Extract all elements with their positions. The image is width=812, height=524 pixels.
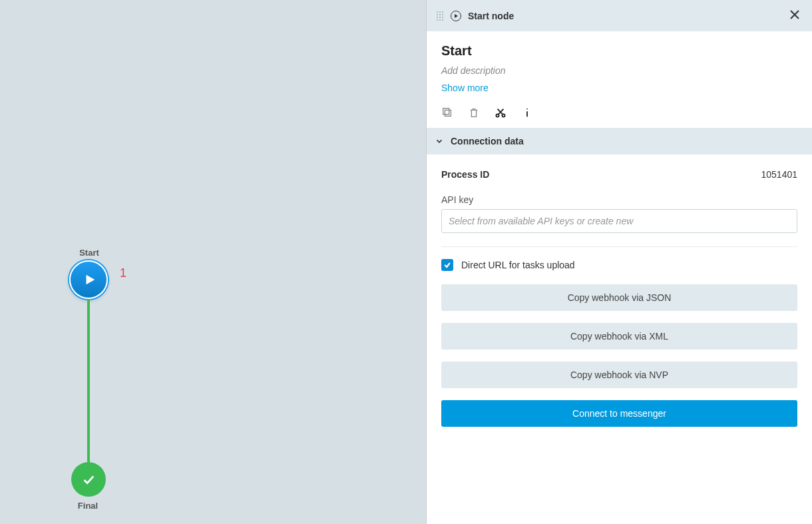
start-node-icon — [451, 11, 461, 21]
start-node-label: Start — [56, 248, 122, 258]
cut-icon[interactable] — [495, 107, 507, 119]
copy-webhook-nvp-button[interactable]: Copy webhook via NVP — [441, 362, 797, 388]
svg-rect-0 — [445, 110, 451, 116]
node-edge — [87, 299, 90, 462]
copy-webhook-json-button[interactable]: Copy webhook via JSON — [441, 284, 797, 311]
show-more-link[interactable]: Show more — [441, 83, 797, 93]
panel-title: Start — [441, 43, 797, 59]
panel-toolbar — [441, 107, 797, 119]
process-id-value: 1051401 — [761, 169, 797, 180]
direct-url-label: Direct URL for tasks upload — [461, 260, 575, 270]
svg-point-2 — [496, 114, 499, 117]
check-icon — [81, 472, 96, 487]
api-key-select[interactable] — [441, 209, 797, 233]
workflow-canvas[interactable]: Start Final 1 — [0, 0, 426, 524]
info-icon[interactable] — [521, 107, 533, 119]
svg-point-3 — [502, 114, 505, 117]
panel-header-title: Start node — [468, 11, 780, 21]
process-id-label: Process ID — [441, 169, 489, 180]
close-button[interactable] — [787, 7, 803, 25]
process-id-row: Process ID 1051401 — [441, 169, 797, 180]
copy-webhook-xml-button[interactable]: Copy webhook via XML — [441, 323, 797, 350]
connect-messenger-button[interactable]: Connect to messenger — [441, 400, 797, 427]
drag-handle-icon[interactable] — [436, 11, 444, 21]
panel-header: Start node — [427, 0, 812, 31]
side-panel: Start node Start Add description Show mo… — [426, 0, 812, 524]
direct-url-checkbox[interactable] — [441, 259, 453, 271]
connection-data-header[interactable]: Connection data — [427, 128, 812, 154]
play-icon — [83, 272, 97, 287]
close-icon — [789, 9, 800, 20]
chevron-down-icon — [435, 136, 444, 146]
description-placeholder[interactable]: Add description — [441, 65, 797, 76]
api-key-label: API key — [441, 194, 797, 205]
callout-1: 1 — [120, 266, 126, 280]
final-node[interactable] — [71, 462, 106, 497]
trash-icon[interactable] — [468, 107, 480, 119]
check-icon — [443, 261, 451, 269]
section-title: Connection data — [451, 136, 524, 146]
final-node-label: Final — [55, 501, 121, 511]
svg-point-4 — [526, 109, 528, 110]
copy-icon[interactable] — [441, 107, 453, 119]
start-node[interactable] — [69, 260, 108, 299]
connection-data-body: Process ID 1051401 API key Direct URL fo… — [427, 154, 812, 445]
divider — [441, 246, 797, 247]
svg-rect-1 — [443, 109, 449, 115]
